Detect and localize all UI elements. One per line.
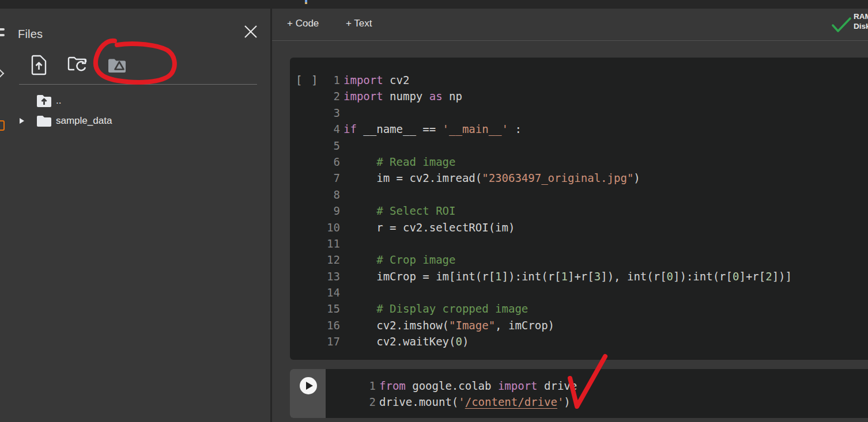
code-line[interactable]: 11 [290,235,868,252]
disk-label: Disk [854,21,868,31]
refresh-folder-icon [67,55,88,74]
tree-item-sample-data[interactable]: sample_data [0,113,265,130]
line-number: 1 [326,378,376,394]
add-text-cell-button[interactable]: + Text [346,18,372,29]
code-text[interactable]: drive.mount('/content/drive') [379,394,571,410]
top-chrome-strip [0,0,868,9]
toolbar-divider [272,40,868,41]
code-text[interactable]: if __name__ == '__main__' : [344,121,522,137]
code-line[interactable]: 5 [290,138,868,154]
resources-labels: RAM Disk [854,12,868,31]
files-sidebar: Files [0,9,271,422]
files-panel-divider [19,84,257,85]
connected-check-icon [831,17,852,33]
upload-file-button[interactable] [31,55,47,77]
resources-indicator[interactable]: RAM Disk [828,10,868,37]
sidebar-divider [270,9,272,422]
code-text[interactable]: r = cv2.selectROI(im) [344,219,515,235]
table-of-contents-icon[interactable] [0,28,5,31]
code-line[interactable]: 8 [290,187,868,203]
code-line[interactable]: 4if __name__ == '__main__' : [290,121,868,137]
line-number: 14 [290,284,340,301]
code-line[interactable]: 15 # Display cropped image [290,301,868,317]
line-number: 8 [290,187,340,203]
code-text[interactable]: # Crop image [344,252,455,268]
ram-label: RAM [854,12,868,21]
mount-drive-icon [108,58,126,73]
code-text[interactable]: # Display cropped image [344,301,528,317]
upload-file-icon [31,55,47,75]
code-line[interactable]: 1import cv2 [290,72,868,88]
code-text[interactable]: from google.colab import drive [379,378,577,394]
code-text[interactable]: cv2.imshow("Image", imCrop) [344,317,554,333]
code-cell[interactable]: [ ] 1import cv22import numpy as np34if _… [290,58,868,360]
table-of-contents-icon[interactable] [0,34,5,36]
code-text[interactable]: # Read image [344,154,455,170]
code-text[interactable]: im = cv2.imread("23063497_original.jpg") [344,170,640,186]
line-number: 17 [290,333,340,349]
line-number: 5 [290,138,340,154]
notebook-title-fragment [305,0,307,4]
files-panel-title: Files [18,28,43,41]
code-line[interactable]: 9 # Select ROI [290,203,868,219]
folder-icon [36,114,52,127]
notebook-toolbar: + Code + Text [272,9,868,40]
line-number: 2 [290,88,340,104]
line-number: 10 [290,219,340,235]
code-editor[interactable]: 1import cv22import numpy as np34if __nam… [290,72,868,350]
code-line[interactable]: 13 imCrop = im[int(r[1]):int(r[1]+r[3]),… [290,268,868,284]
close-icon [243,24,258,39]
line-number: 11 [290,235,340,252]
code-text[interactable]: # Select ROI [344,203,455,219]
tree-item-label: .. [56,95,61,107]
line-number: 6 [290,154,340,170]
expand-chevron-icon[interactable] [20,118,24,124]
code-text[interactable]: imCrop = im[int(r[1]):int(r[1]+r[3]), in… [344,268,792,284]
tree-item-label: sample_data [56,115,112,127]
line-number: 1 [290,72,340,88]
code-line[interactable]: 17 cv2.waitKey(0) [290,333,868,349]
tree-item-parent-dir[interactable]: .. [0,93,265,110]
line-number: 7 [290,170,340,186]
line-number: 13 [290,268,340,284]
code-line[interactable]: 16 cv2.imshow("Image", imCrop) [290,317,868,333]
colab-notebook-app: { "window": { "title_fragment": "p" }, "… [0,0,868,422]
line-number: 4 [290,121,340,137]
line-number: 15 [290,301,340,317]
code-line[interactable]: 12 # Crop image [290,252,868,268]
line-number: 2 [326,394,376,410]
code-cell[interactable]: 1from google.colab import drive2drive.mo… [290,369,868,418]
code-line[interactable]: 6 # Read image [290,154,868,170]
line-number: 16 [290,317,340,333]
mount-drive-button[interactable] [108,58,126,75]
line-number: 9 [290,203,340,219]
code-text[interactable]: import numpy as np [344,88,462,104]
add-code-cell-button[interactable]: + Code [287,18,319,29]
code-line[interactable]: 1from google.colab import drive [326,378,832,394]
refresh-files-button[interactable] [67,55,88,75]
close-files-panel-button[interactable] [243,24,258,39]
line-number: 12 [290,252,340,268]
code-text[interactable]: cv2.waitKey(0) [344,333,469,349]
folder-up-icon [36,93,52,108]
code-line[interactable]: 2import numpy as np [290,88,868,104]
code-text[interactable]: import cv2 [344,72,409,88]
line-number: 3 [290,105,340,121]
code-line[interactable]: 7 im = cv2.imread("23063497_original.jpg… [290,170,868,186]
code-editor[interactable]: 1from google.colab import drive2drive.mo… [290,378,832,410]
code-line[interactable]: 3 [290,105,868,121]
code-line[interactable]: 2drive.mount('/content/drive') [326,394,832,410]
code-snippets-icon[interactable] [0,69,4,78]
code-line[interactable]: 10 r = cv2.selectROI(im) [290,219,868,235]
code-line[interactable]: 14 [290,284,868,301]
